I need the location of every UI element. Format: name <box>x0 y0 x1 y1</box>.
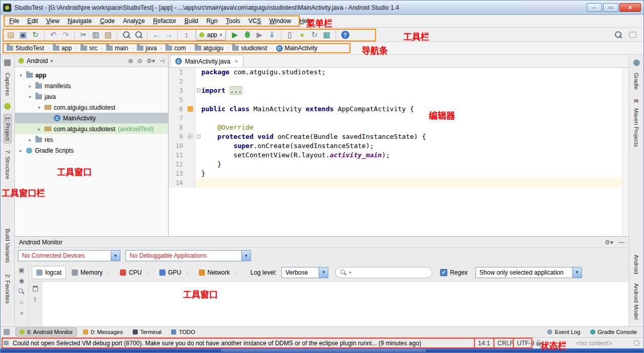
caret-position-indicator[interactable]: 14:1 <box>478 340 490 347</box>
tool-window-button-android[interactable]: Android <box>633 252 640 277</box>
tab-terminal[interactable]: Terminal <box>129 328 165 336</box>
screen-record-icon[interactable]: ◉ <box>19 277 24 284</box>
logcat-search-input[interactable]: ▾ <box>335 267 432 278</box>
android-monitor-icon[interactable]: ▦ <box>321 29 333 40</box>
override-gutter-icon[interactable]: o <box>187 133 193 139</box>
sdk-manager-icon[interactable]: ● <box>296 29 308 40</box>
replace-icon[interactable] <box>132 29 144 40</box>
find-icon[interactable] <box>120 29 132 40</box>
chevron-right-icon[interactable]: ▸ <box>18 148 24 153</box>
status-message[interactable]: Could not open Selected VM debug port (8… <box>13 340 470 347</box>
breadcrumb-com[interactable]: com <box>164 44 187 52</box>
tool-window-button-gradle[interactable]: Gradle <box>633 70 640 92</box>
updown-icon[interactable]: ↕ <box>180 29 193 40</box>
gradle-sync-icon[interactable]: ↻ <box>308 29 321 40</box>
settings-icon[interactable]: ⚙▾ <box>147 57 155 65</box>
attach-debugger-icon[interactable]: ⇓ <box>266 29 278 40</box>
tab-cpu[interactable]: CPU→ <box>116 266 153 279</box>
tool-window-button-project[interactable]: 1: Project <box>4 114 12 143</box>
chevron-down-icon[interactable]: ▾ <box>36 105 42 110</box>
project-scope-selector[interactable]: Android <box>27 57 48 65</box>
breadcrumb-studiotest[interactable]: StudioTest <box>6 44 45 52</box>
fold-expand-icon[interactable] <box>195 86 201 95</box>
menu-run[interactable]: Run <box>203 16 221 26</box>
inspections-widget-icon[interactable] <box>634 340 639 346</box>
locate-icon[interactable]: ⊕ <box>128 57 133 65</box>
tool-windows-widget-icon[interactable] <box>4 329 10 335</box>
tab-android-monitor[interactable]: 6: Android Monitor <box>15 327 77 337</box>
breadcrumb-mainactivity[interactable]: CMainActivity <box>275 44 319 52</box>
encoding-indicator[interactable]: UTF-8 <box>517 340 534 347</box>
chevron-down-icon[interactable]: ▼ <box>111 251 120 261</box>
coverage-icon[interactable]: ▶ <box>254 29 266 40</box>
breadcrumb-main[interactable]: main <box>105 44 129 52</box>
tab-gpu[interactable]: GPU→ <box>155 266 193 279</box>
context-indicator[interactable]: <no context> <box>576 340 612 347</box>
screenshot-icon[interactable]: ▣ <box>18 266 24 274</box>
menu-file[interactable]: File <box>6 16 23 26</box>
layout-inspector-icon[interactable]: ○ <box>19 299 23 306</box>
tool-window-button-build-variants[interactable]: Build Variants <box>4 226 11 265</box>
breadcrumb-studiotest-pkg[interactable]: studiotest <box>231 44 268 52</box>
logcat-output[interactable] <box>42 282 629 326</box>
chevron-down-icon[interactable]: ▼ <box>319 267 328 278</box>
toggle-tool-window-bars-icon[interactable] <box>4 341 9 345</box>
editor-tab-mainactivity[interactable]: C MainActivity.java × <box>170 55 243 67</box>
close-tab-icon[interactable]: × <box>234 57 238 65</box>
help-icon[interactable]: ? <box>341 31 349 39</box>
chevron-right-icon[interactable]: ▸ <box>36 127 42 132</box>
menu-window[interactable]: Window <box>265 16 295 26</box>
tree-item-package-androidtest[interactable]: ▸com.atguigu.studiotest (androidTest) <box>15 123 168 134</box>
tool-window-button-structure[interactable]: 7: Structure <box>4 148 11 182</box>
avd-manager-icon[interactable]: ▯ <box>284 29 296 40</box>
tool-window-button-captures[interactable]: Captures <box>4 70 11 98</box>
debuggable-apps-selector[interactable]: No Debuggable Applications ▼ <box>126 250 251 261</box>
menu-vcs[interactable]: VCS <box>245 16 265 26</box>
maximize-button[interactable]: ▭ <box>603 3 618 12</box>
regex-checkbox[interactable]: ✔ Regex <box>440 269 468 276</box>
more-icon[interactable]: » <box>20 309 24 317</box>
collapse-all-icon[interactable]: ⊖ <box>137 57 142 65</box>
line-separator-indicator[interactable]: CRLF <box>497 340 513 347</box>
run-icon[interactable]: ▶ <box>229 29 241 40</box>
log-level-selector[interactable]: Verbose ▼ <box>281 267 328 278</box>
fold-collapse-icon[interactable] <box>195 132 201 141</box>
copy-icon[interactable]: ▥ <box>90 29 102 40</box>
logcat-filter-selector[interactable]: Show only selected application ▼ <box>475 267 582 278</box>
chevron-down-icon[interactable]: ▾ <box>27 94 33 99</box>
chevron-right-icon[interactable]: ▸ <box>27 137 33 142</box>
tab-messages[interactable]: 0: Messages <box>79 328 126 336</box>
device-selector[interactable]: No Connected Devices ▼ <box>18 250 120 261</box>
tab-logcat[interactable]: logcat <box>32 266 66 279</box>
tab-todo[interactable]: TODO <box>168 328 199 336</box>
tab-memory[interactable]: Memory→ <box>68 266 114 279</box>
redo-icon[interactable]: ↷ <box>59 29 72 40</box>
back-icon[interactable]: ← <box>150 29 162 40</box>
tool-window-button-maven[interactable]: Maven Projects <box>633 106 640 150</box>
chevron-right-icon[interactable]: ▸ <box>27 84 33 89</box>
menu-code[interactable]: Code <box>96 16 118 26</box>
chevron-down-icon[interactable]: ▼ <box>241 251 251 261</box>
clear-logcat-icon[interactable] <box>33 286 38 292</box>
breadcrumb-atguigu[interactable]: atguigu <box>194 44 224 52</box>
breadcrumb-java[interactable]: java <box>136 44 158 52</box>
class-gutter-icon[interactable] <box>188 106 193 112</box>
chevron-down-icon[interactable]: ▼ <box>572 267 581 278</box>
tool-window-button-favorites[interactable]: 2: Favorites <box>4 272 11 306</box>
tree-item-manifests[interactable]: ▸manifests <box>15 80 168 91</box>
open-icon[interactable]: ▤ <box>5 29 17 40</box>
menu-navigate[interactable]: Navigate <box>64 16 95 26</box>
minimize-button[interactable]: – <box>587 3 602 12</box>
search-everywhere-icon[interactable] <box>612 29 624 40</box>
tree-item-app[interactable]: ▾app <box>15 70 168 80</box>
breadcrumb-src[interactable]: src <box>79 44 98 52</box>
cut-icon[interactable]: ✂ <box>77 29 90 40</box>
panel-layout-icon[interactable] <box>629 32 636 38</box>
chevron-down-icon[interactable]: ▾ <box>18 73 24 78</box>
editor-scrollbar[interactable] <box>622 68 629 236</box>
code-area[interactable]: 1package com.atguigu.studiotest; 2 3impo… <box>169 68 629 236</box>
tab-gradle-console[interactable]: Gradle Console <box>587 328 640 336</box>
monitor-settings-icon[interactable]: ⚙▾ <box>605 239 613 246</box>
export-icon[interactable]: ⇧ <box>32 296 37 303</box>
hide-panel-icon[interactable]: ⊣ <box>159 57 164 65</box>
